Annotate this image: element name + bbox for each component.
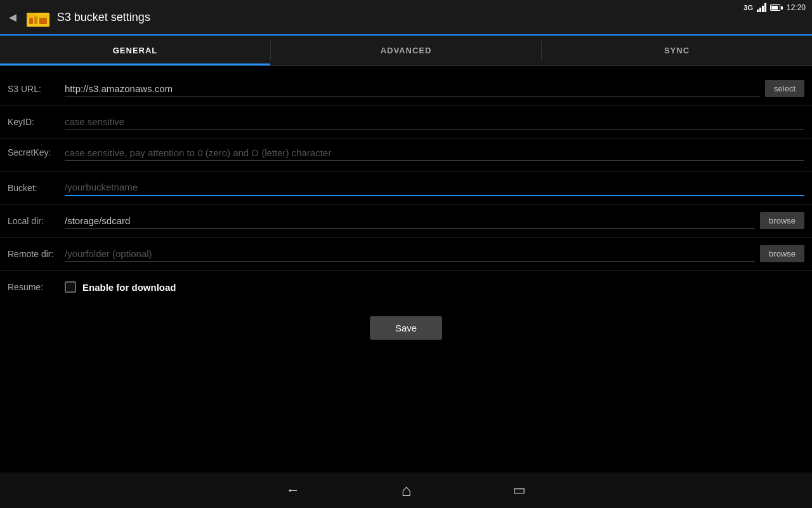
secretkey-underline (65, 160, 804, 161)
remotedir-input[interactable] (65, 246, 755, 262)
tabs-bar: GENERAL ADVANCED SYNC (0, 36, 812, 66)
title-bar: ◄ S3 bucket settings (0, 0, 812, 36)
tab-advanced[interactable]: ADVANCED (271, 36, 541, 65)
localdir-input[interactable] (65, 213, 755, 229)
tab-general[interactable]: GENERAL (0, 36, 270, 65)
nav-home-button[interactable]: ⌂ (402, 481, 412, 500)
bucket-row: Bucket: (0, 171, 812, 204)
app-icon (27, 8, 49, 27)
app-title: S3 bucket settings (57, 11, 150, 24)
bucket-input-wrap (65, 179, 804, 196)
keyid-input[interactable] (65, 114, 804, 130)
s3url-input[interactable] (65, 81, 760, 97)
s3url-label: S3 URL: (8, 84, 65, 94)
keyid-row: KeyID: (0, 105, 812, 138)
signal-type: 3G (743, 4, 753, 11)
remotedir-label: Remote dir: (8, 249, 65, 259)
signal-bars (757, 3, 766, 12)
localdir-row: Local dir: browse (0, 204, 812, 237)
keyid-underline (65, 129, 804, 130)
localdir-label: Local dir: (8, 216, 65, 226)
remotedir-underline (65, 261, 755, 262)
content-area: S3 URL: select KeyID: SecretKey: Bucket:… (0, 66, 812, 472)
bucket-input[interactable] (65, 179, 804, 196)
keyid-input-wrap (65, 114, 804, 130)
localdir-underline (65, 228, 755, 229)
resume-row: Resume: Enable for download (0, 271, 812, 304)
secretkey-label: SecretKey: (8, 145, 65, 157)
s3url-row: S3 URL: select (0, 72, 812, 105)
status-bar: 3G 12:20 (743, 0, 812, 15)
resume-checkbox-wrap: Enable for download (65, 281, 176, 293)
secretkey-input-wrap (65, 145, 804, 161)
s3url-underline (65, 96, 760, 97)
svg-rect-4 (39, 18, 47, 24)
clock: 12:20 (787, 3, 806, 12)
keyid-label: KeyID: (8, 117, 65, 127)
svg-rect-2 (29, 18, 33, 24)
resume-label: Resume: (8, 282, 65, 292)
battery-icon (770, 4, 783, 11)
back-button[interactable]: ◄ (6, 10, 19, 25)
remotedir-input-wrap (65, 246, 755, 262)
bucket-label: Bucket: (8, 183, 65, 193)
save-button-wrap: Save (0, 304, 812, 352)
localdir-input-wrap (65, 213, 755, 229)
remotedir-row: Remote dir: browse (0, 237, 812, 271)
select-button[interactable]: select (765, 80, 804, 97)
secretkey-input[interactable] (65, 145, 804, 161)
nav-recents-button[interactable]: ▭ (513, 482, 526, 498)
nav-bar: ← ⌂ ▭ (0, 472, 812, 508)
s3url-input-wrap (65, 81, 760, 97)
nav-back-button[interactable]: ← (286, 482, 300, 498)
remotedir-browse-button[interactable]: browse (760, 245, 804, 262)
tab-sync[interactable]: SYNC (542, 36, 812, 65)
svg-rect-3 (34, 17, 37, 24)
secretkey-row: SecretKey: (0, 138, 812, 171)
localdir-browse-button[interactable]: browse (760, 212, 804, 229)
resume-checkbox[interactable] (65, 281, 76, 293)
resume-checkbox-text: Enable for download (82, 282, 176, 293)
save-button[interactable]: Save (370, 316, 442, 340)
